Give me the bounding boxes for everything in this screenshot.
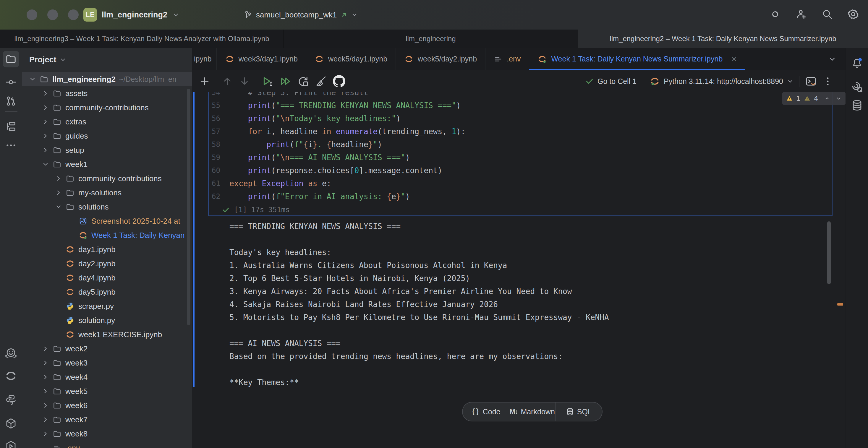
open-console-icon[interactable] bbox=[805, 75, 817, 88]
tree-chevron-icon[interactable] bbox=[41, 146, 50, 155]
tree-item-week4[interactable]: week4 bbox=[22, 370, 192, 384]
tree-chevron-icon[interactable] bbox=[28, 75, 37, 84]
add-user-icon[interactable] bbox=[795, 8, 808, 21]
python-packages-tool-icon[interactable] bbox=[3, 415, 19, 432]
close-tab-icon[interactable]: × bbox=[732, 55, 737, 64]
more-tool-windows-icon[interactable] bbox=[3, 137, 19, 154]
tree-item-llm-engineering2[interactable]: llm_engineering2~/Desktop/llm_en bbox=[22, 72, 192, 86]
branch-switcher[interactable]: samuel_bootcamp_wk1 bbox=[243, 6, 358, 23]
add-cell-icon[interactable] bbox=[199, 75, 211, 87]
tree-item-screenshot-2025-10-24-at[interactable]: Screenshot 2025-10-24 at bbox=[22, 214, 192, 228]
ai-search-icon[interactable] bbox=[850, 80, 864, 94]
tree-chevron-icon[interactable] bbox=[54, 202, 63, 211]
tree-item-scraper-py[interactable]: scraper.py bbox=[22, 299, 192, 313]
run-all-cells-icon[interactable] bbox=[279, 75, 291, 88]
huggingface-tool-icon[interactable] bbox=[3, 345, 19, 362]
tree-item-assets[interactable]: assets bbox=[22, 86, 192, 100]
go-to-cell-button[interactable]: Go to Cell 1 bbox=[585, 77, 637, 86]
restart-kernel-icon[interactable] bbox=[297, 75, 309, 88]
settings-gear-icon[interactable] bbox=[847, 8, 860, 21]
tree-chevron-icon[interactable] bbox=[41, 415, 50, 424]
editor-tab-week5-day2-ipynb[interactable]: week5/day2.ipynb bbox=[396, 48, 486, 70]
editor-tab-week5-day1-ipynb[interactable]: week5/day1.ipynb bbox=[306, 48, 396, 70]
editor-tab-ipynb[interactable]: ipynb bbox=[192, 48, 217, 70]
jupyter-tool-icon[interactable] bbox=[3, 367, 19, 384]
interpreter-selector[interactable]: Python 3.11.14: http://localhost:8890 bbox=[650, 76, 794, 87]
kebab-menu-icon[interactable] bbox=[823, 76, 833, 87]
tree-item-env[interactable]: .env bbox=[22, 441, 192, 448]
tree-chevron-icon[interactable] bbox=[41, 401, 50, 410]
tree-item-week5[interactable]: week5 bbox=[22, 384, 192, 398]
tree-item-community-contributions[interactable]: community-contributions bbox=[22, 100, 192, 115]
run-configurations-tool-icon[interactable] bbox=[3, 438, 19, 448]
tree-item-week7[interactable]: week7 bbox=[22, 413, 192, 427]
tree-chevron-icon[interactable] bbox=[41, 429, 50, 438]
editor-tab-week-1-task-daily-kenyan-news-summarizer[interactable]: Week 1 Task: Daily Kenyan News Summarize… bbox=[529, 48, 745, 70]
editor-tab-env[interactable]: .env bbox=[486, 48, 529, 70]
tree-item-solution-py[interactable]: solution.py bbox=[22, 313, 192, 327]
sql-cell-button[interactable]: SQL bbox=[556, 403, 602, 421]
tree-chevron-icon[interactable] bbox=[41, 103, 50, 112]
tree-item-my-solutions[interactable]: my-solutions bbox=[22, 186, 192, 200]
window-controls[interactable] bbox=[27, 9, 79, 20]
next-warning-icon[interactable] bbox=[835, 94, 842, 102]
tree-item-guides[interactable]: guides bbox=[22, 129, 192, 143]
output-scrollbar[interactable] bbox=[827, 221, 831, 284]
hidden-tabs-chevron-icon[interactable] bbox=[828, 48, 845, 70]
tree-chevron-icon[interactable] bbox=[41, 160, 50, 169]
tree-item-week2[interactable]: week2 bbox=[22, 342, 192, 356]
tree-chevron-icon[interactable] bbox=[41, 387, 50, 396]
close-window-button[interactable] bbox=[27, 9, 37, 20]
window-tab-llm-engineering2-week-1-task-daily-kenya[interactable]: llm_engineering2 – Week 1 Task: Daily Ke… bbox=[578, 30, 868, 48]
notifications-bell-icon[interactable] bbox=[850, 56, 864, 70]
structure-tool-icon[interactable] bbox=[3, 118, 19, 135]
tree-chevron-icon[interactable] bbox=[54, 188, 63, 197]
tree-item-community-contributions[interactable]: community-contributions bbox=[22, 171, 192, 186]
error-stripe-mark[interactable] bbox=[837, 303, 843, 306]
project-switcher[interactable]: LE llm_engineering2 bbox=[83, 6, 180, 23]
maximize-window-button[interactable] bbox=[68, 9, 79, 20]
tree-item-day2-ipynb[interactable]: day2.ipynb bbox=[22, 257, 192, 271]
markdown-cell-button[interactable]: M↓ Markdown bbox=[509, 403, 555, 421]
clear-outputs-broom-icon[interactable] bbox=[315, 75, 327, 88]
tree-scrollbar[interactable] bbox=[187, 89, 190, 325]
editor-tab-week3-day1-ipynb[interactable]: week3/day1.ipynb bbox=[217, 48, 306, 70]
tree-item-week1[interactable]: week1 bbox=[22, 157, 192, 171]
tree-item-extras[interactable]: extras bbox=[22, 115, 192, 129]
tree-chevron-icon[interactable] bbox=[41, 344, 50, 353]
commit-tool-icon[interactable] bbox=[3, 74, 19, 90]
pull-request-tool-icon[interactable] bbox=[3, 93, 19, 109]
tree-item-week6[interactable]: week6 bbox=[22, 398, 192, 413]
tree-item-day4-ipynb[interactable]: day4.ipynb bbox=[22, 271, 192, 285]
tree-item-week3[interactable]: week3 bbox=[22, 356, 192, 370]
project-tool-icon[interactable] bbox=[3, 51, 19, 67]
database-tool-icon[interactable] bbox=[850, 99, 864, 113]
move-cell-down-icon[interactable] bbox=[239, 75, 250, 87]
window-tab-llm-engineering[interactable]: llm_engineering bbox=[284, 30, 578, 48]
run-cell-icon[interactable] bbox=[261, 75, 274, 88]
tree-chevron-icon[interactable] bbox=[41, 131, 50, 140]
tree-item-week1-exercise-ipynb[interactable]: week1 EXERCISE.ipynb bbox=[22, 327, 192, 342]
tree-item-week-1-task-daily-kenyan[interactable]: Week 1 Task: Daily Kenyan bbox=[22, 228, 192, 242]
tree-chevron-icon[interactable] bbox=[41, 373, 50, 382]
ai-assistant-icon[interactable] bbox=[769, 8, 782, 21]
tree-item-day1-ipynb[interactable]: day1.ipynb bbox=[22, 242, 192, 257]
prev-warning-icon[interactable] bbox=[824, 94, 830, 102]
tree-item-solutions[interactable]: solutions bbox=[22, 200, 192, 214]
search-icon[interactable] bbox=[821, 8, 834, 21]
minimize-window-button[interactable] bbox=[47, 9, 58, 20]
python-console-tool-icon[interactable] bbox=[3, 391, 19, 408]
tree-chevron-icon[interactable] bbox=[54, 174, 63, 183]
project-panel-header[interactable]: Project bbox=[29, 51, 66, 69]
code-cell-button[interactable]: {} Code bbox=[463, 403, 509, 421]
tree-item-week8[interactable]: week8 bbox=[22, 427, 192, 441]
tree-chevron-icon[interactable] bbox=[41, 117, 50, 126]
tree-item-day5-ipynb[interactable]: day5.ipynb bbox=[22, 285, 192, 299]
inspections-widget[interactable]: 1 4 bbox=[782, 92, 845, 105]
tree-chevron-icon[interactable] bbox=[41, 358, 50, 367]
move-cell-up-icon[interactable] bbox=[221, 75, 233, 87]
github-icon[interactable] bbox=[332, 74, 346, 88]
window-tab-llm-engineering3-week-1-task-kenyan-dail[interactable]: llm_engineering3 – Week 1 Task: Kenyan D… bbox=[0, 30, 284, 48]
tree-item-setup[interactable]: setup bbox=[22, 143, 192, 157]
tree-chevron-icon[interactable] bbox=[41, 89, 50, 98]
